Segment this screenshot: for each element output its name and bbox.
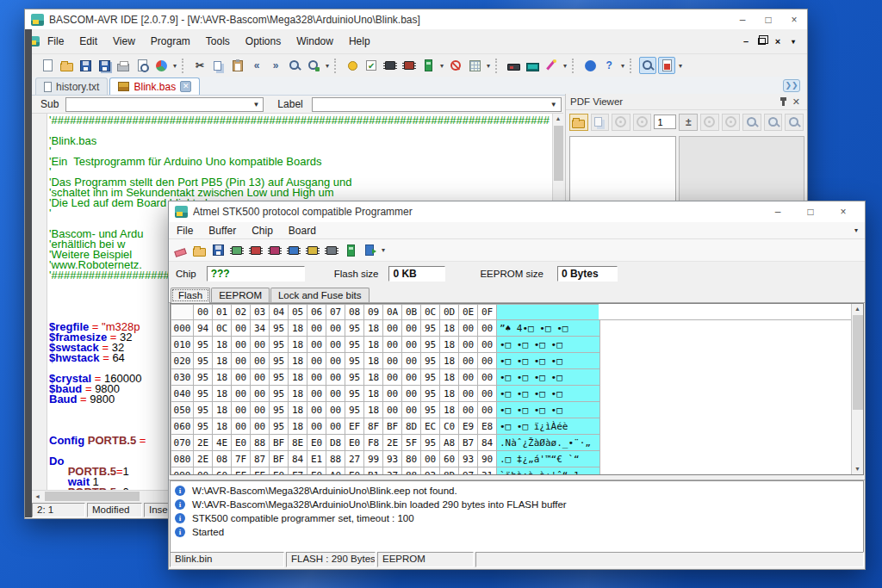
tab-overflow-chevron[interactable]: ❯❯	[783, 79, 800, 92]
hex-byte-cell[interactable]: 95	[345, 369, 364, 386]
label-dropdown[interactable]: ▼	[312, 97, 562, 112]
hex-byte-cell[interactable]: 00	[383, 386, 402, 402]
hex-byte-cell[interactable]: 60	[440, 451, 459, 467]
hex-byte-cell[interactable]: 93	[383, 451, 402, 467]
hex-byte-cell[interactable]: FE	[251, 467, 270, 476]
hex-byte-cell[interactable]: 90	[478, 451, 497, 467]
programmer-more-caret[interactable]: ▾	[379, 246, 388, 254]
hex-byte-cell[interactable]: 18	[213, 402, 232, 418]
hex-byte-cell[interactable]: 00	[478, 402, 497, 418]
view-more-caret[interactable]: ▾	[676, 62, 685, 70]
hex-byte-cell[interactable]: 84	[289, 451, 307, 467]
menu-window[interactable]: Window	[289, 33, 341, 50]
hex-byte-cell[interactable]: 18	[440, 402, 459, 418]
hex-byte-cell[interactable]: 00	[459, 402, 478, 418]
zoom-tool-button[interactable]	[639, 57, 656, 74]
hex-byte-cell[interactable]: 27	[383, 467, 402, 476]
tools-more-caret[interactable]: ▾	[484, 62, 493, 70]
hex-byte-cell[interactable]: 95	[270, 418, 289, 435]
about-button[interactable]	[581, 57, 599, 74]
hex-byte-cell[interactable]: 88	[326, 451, 345, 467]
write-chipcode-button[interactable]	[266, 242, 283, 259]
hex-byte-cell[interactable]: 18	[364, 320, 383, 337]
hex-byte-cell[interactable]: 00	[251, 353, 270, 369]
hex-byte-cell[interactable]: 95	[270, 369, 289, 386]
hex-byte-cell[interactable]: 00	[307, 369, 326, 386]
hex-byte-cell[interactable]: 00	[478, 353, 497, 369]
hex-byte-cell[interactable]: E1	[307, 451, 326, 467]
hex-byte-cell[interactable]: 95	[345, 353, 364, 369]
pdf-open-button[interactable]	[569, 114, 588, 131]
hex-byte-cell[interactable]: 00	[478, 386, 497, 402]
menu-overflow-caret[interactable]: ▾	[854, 226, 865, 234]
hex-byte-cell[interactable]: 34	[251, 320, 270, 337]
scroll-up-icon[interactable]: ▲	[852, 304, 863, 314]
print-preview-button[interactable]	[134, 57, 151, 74]
pdf-zoom-fit-button[interactable]	[785, 114, 804, 131]
exit-programmer-button[interactable]	[361, 242, 378, 259]
hex-byte-cell[interactable]: 87	[251, 451, 270, 467]
program-chip-button[interactable]	[401, 57, 418, 74]
hex-byte-cell[interactable]: 18	[364, 369, 383, 386]
pdf-zoom-in-button[interactable]	[764, 114, 783, 131]
hex-byte-cell[interactable]: 2E	[194, 451, 213, 467]
hex-byte-cell[interactable]: 95	[421, 369, 440, 386]
hex-byte-cell[interactable]: 95	[345, 402, 364, 418]
hex-byte-cell[interactable]: 00	[307, 386, 326, 402]
stk500-titlebar[interactable]: Atmel STK500 protocol compatible Program…	[169, 201, 865, 222]
pin-icon[interactable]	[782, 98, 785, 106]
hex-byte-cell[interactable]: 00	[383, 353, 402, 369]
cut-button[interactable]: ✂	[191, 57, 208, 74]
pdf-page-input[interactable]	[654, 115, 676, 129]
scroll-up-icon[interactable]: ▲	[553, 114, 563, 124]
open-file-button[interactable]	[58, 57, 75, 74]
simulate-button[interactable]	[419, 57, 437, 74]
help-more-caret[interactable]: ▾	[618, 62, 627, 70]
hex-byte-cell[interactable]: BF	[270, 451, 289, 467]
hex-byte-cell[interactable]: 80	[402, 451, 421, 467]
hex-byte-cell[interactable]: 18	[213, 418, 232, 435]
hex-byte-cell[interactable]: 18	[213, 337, 232, 353]
hex-byte-cell[interactable]: 27	[345, 451, 364, 467]
menu-tools[interactable]: Tools	[198, 33, 238, 50]
hex-byte-cell[interactable]: 93	[459, 451, 478, 467]
hex-byte-cell[interactable]: 00	[383, 369, 402, 386]
hex-byte-cell[interactable]: E8	[478, 418, 497, 435]
statistics-button[interactable]	[152, 57, 170, 74]
hex-byte-cell[interactable]: 00	[326, 369, 345, 386]
verify-chip-button[interactable]	[285, 242, 302, 259]
hex-byte-cell[interactable]: 18	[364, 402, 383, 418]
mdi-minimize-button[interactable]: –	[739, 36, 753, 46]
minimize-button[interactable]: –	[761, 201, 794, 222]
hex-byte-cell[interactable]: 00	[459, 369, 478, 386]
hex-byte-cell[interactable]: 95	[270, 386, 289, 402]
hex-byte-cell[interactable]: E0	[307, 435, 326, 451]
hex-byte-cell[interactable]: E0	[307, 467, 326, 476]
scrollbar-thumb[interactable]	[853, 315, 863, 410]
hex-byte-cell[interactable]: 00	[459, 320, 478, 337]
print-button[interactable]	[115, 57, 132, 74]
hex-byte-cell[interactable]: E0	[345, 467, 364, 476]
hex-byte-cell[interactable]: 00	[232, 402, 251, 418]
hex-byte-cell[interactable]: E0	[270, 467, 289, 476]
hex-byte-cell[interactable]: 00	[251, 369, 270, 386]
help-button[interactable]: ?	[600, 57, 618, 74]
hex-byte-cell[interactable]: 8D	[440, 467, 459, 476]
hardware-more-caret[interactable]: ▾	[561, 62, 569, 70]
hex-byte-cell[interactable]: 00	[459, 386, 478, 402]
hex-byte-cell[interactable]: F7	[289, 467, 307, 476]
hex-byte-cell[interactable]: 95	[194, 369, 213, 386]
hex-byte-cell[interactable]: 0C	[213, 320, 232, 337]
hex-byte-cell[interactable]: 8E	[289, 435, 307, 451]
hex-byte-cell[interactable]: BF	[270, 435, 289, 451]
hex-byte-cell[interactable]: 60	[213, 467, 232, 476]
hex-byte-cell[interactable]: 18	[289, 402, 307, 418]
hex-byte-cell[interactable]: 95	[421, 337, 440, 353]
hex-byte-cell[interactable]: 00	[402, 402, 421, 418]
hex-byte-cell[interactable]: 00	[232, 369, 251, 386]
hex-byte-cell[interactable]: 00	[478, 369, 497, 386]
hex-byte-cell[interactable]: 00	[307, 320, 326, 337]
menu-help[interactable]: Help	[341, 33, 378, 50]
hex-byte-cell[interactable]: 95	[270, 337, 289, 353]
hex-byte-cell[interactable]: 00	[251, 386, 270, 402]
